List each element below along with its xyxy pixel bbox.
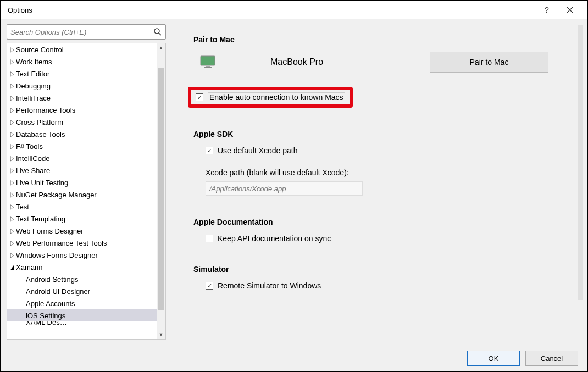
tree-item-label: Live Unit Testing — [16, 179, 68, 187]
tree-item-cross-platform[interactable]: ▷Cross Platform — [7, 116, 157, 128]
tree-item-work-items[interactable]: ▷Work Items — [7, 55, 157, 68]
svg-rect-2 — [201, 56, 215, 65]
sdk-section-title: Apple SDK — [193, 130, 576, 138]
search-options-wrap[interactable] — [7, 24, 166, 40]
svg-rect-4 — [206, 66, 210, 67]
tree-item-label: Database Tools — [16, 130, 65, 138]
tree-item-label: Source Control — [16, 46, 64, 54]
scroll-down-icon[interactable]: ▼ — [157, 330, 165, 339]
tree-item-label: Cross Platform — [16, 118, 63, 126]
caret-right-icon: ▷ — [10, 154, 15, 162]
tree-item-f-tools[interactable]: ▷F# Tools — [7, 140, 157, 152]
search-icon — [153, 27, 162, 36]
tree-item-label: Windows Forms Designer — [16, 251, 98, 259]
docs-section-title: Apple Documentation — [193, 218, 576, 226]
close-button[interactable] — [558, 1, 581, 19]
tree-item-label: Work Items — [16, 58, 52, 66]
ok-button[interactable]: OK — [467, 351, 520, 366]
caret-down-icon: ◢ — [10, 263, 15, 271]
monitor-icon — [200, 55, 215, 69]
content-scroll-thumb[interactable] — [578, 25, 583, 300]
tree-item-test[interactable]: ▷Test — [7, 201, 157, 213]
paired-device-name: MacBook Pro — [270, 57, 323, 67]
svg-rect-5 — [204, 67, 212, 68]
svg-point-0 — [154, 29, 159, 34]
scroll-up-icon[interactable]: ▲ — [157, 43, 165, 52]
xcode-path-input[interactable] — [206, 181, 363, 196]
tree-item-android-settings[interactable]: Android Settings — [7, 273, 157, 285]
tree-item-label: Web Performance Test Tools — [16, 239, 107, 247]
tree-item-label: F# Tools — [16, 142, 43, 151]
keep-api-docs-checkbox[interactable] — [206, 235, 213, 242]
remote-simulator-label: Remote Simulator to Windows — [218, 281, 321, 290]
caret-right-icon: ▷ — [10, 70, 15, 77]
tree-item-xaml-designer[interactable]: XAML Des… — [7, 321, 157, 328]
scroll-thumb[interactable] — [158, 68, 164, 310]
tree-item-xamarin[interactable]: ◢Xamarin — [7, 261, 157, 273]
tree-item-label: Performance Tools — [16, 106, 75, 114]
pair-to-mac-button[interactable]: Pair to Mac — [430, 52, 548, 73]
caret-right-icon: ▷ — [10, 118, 15, 126]
sidebar: ▷Source Control▷Work Items▷Text Editor▷D… — [1, 19, 166, 345]
cancel-button[interactable]: Cancel — [525, 351, 578, 366]
caret-right-icon: ▷ — [10, 94, 15, 102]
tree-item-label: IntelliTrace — [16, 94, 51, 102]
tree-item-live-unit-testing[interactable]: ▷Live Unit Testing — [7, 176, 157, 188]
xcode-path-label: Xcode path (blank will use default Xcode… — [206, 168, 576, 177]
tree-item-intellicode[interactable]: ▷IntelliCode — [7, 152, 157, 164]
tree-scrollbar[interactable]: ▲ ▼ — [157, 43, 165, 339]
caret-right-icon: ▷ — [10, 203, 15, 210]
autoconnect-checkbox[interactable]: ✓ — [196, 93, 203, 101]
caret-right-icon: ▷ — [10, 166, 15, 174]
window-title: Options — [7, 6, 535, 14]
tree-item-label: Android Settings — [26, 275, 78, 284]
tree-item-label: Text Editor — [16, 70, 49, 78]
tree-item-ios-settings[interactable]: iOS Settings — [7, 309, 157, 321]
caret-right-icon: ▷ — [10, 191, 15, 198]
caret-right-icon: ▷ — [10, 251, 15, 259]
tree-item-label: IntelliCode — [16, 154, 49, 163]
tree-item-source-control[interactable]: ▷Source Control — [7, 43, 157, 55]
keep-api-docs-label: Keep API documentation on sync — [218, 234, 331, 243]
svg-line-1 — [159, 33, 161, 35]
caret-right-icon: ▷ — [10, 179, 15, 186]
autoconnect-label: Enable auto connection to known Macs — [208, 92, 345, 102]
tree-item-label: Debugging — [16, 82, 51, 90]
tree-item-label: Apple Accounts — [26, 299, 75, 308]
tree-item-nuget-package-manager[interactable]: ▷NuGet Package Manager — [7, 188, 157, 201]
dialog-footer: OK Cancel — [1, 345, 587, 371]
tree-item-label: Android UI Designer — [26, 287, 90, 296]
tree-item-web-performance-test-tools[interactable]: ▷Web Performance Test Tools — [7, 237, 157, 249]
tree-item-performance-tools[interactable]: ▷Performance Tools — [7, 104, 157, 116]
tree-item-label: Text Templating — [16, 215, 65, 223]
tree-item-live-share[interactable]: ▷Live Share — [7, 164, 157, 176]
tree-item-text-templating[interactable]: ▷Text Templating — [7, 213, 157, 225]
content-scrollbar[interactable] — [577, 24, 586, 315]
tree-item-windows-forms-designer[interactable]: ▷Windows Forms Designer — [7, 249, 157, 261]
tree-item-intellitrace[interactable]: ▷IntelliTrace — [7, 92, 157, 104]
caret-right-icon: ▷ — [10, 106, 15, 114]
tree-item-android-ui-designer[interactable]: Android UI Designer — [7, 285, 157, 297]
search-input[interactable] — [10, 28, 150, 36]
help-button[interactable]: ? — [535, 1, 558, 19]
tree-item-text-editor[interactable]: ▷Text Editor — [7, 68, 157, 80]
tree-item-web-forms-designer[interactable]: ▷Web Forms Designer — [7, 225, 157, 237]
pair-section-title: Pair to Mac — [193, 35, 576, 44]
caret-right-icon: ▷ — [10, 142, 15, 150]
tree-item-apple-accounts[interactable]: Apple Accounts — [7, 297, 157, 309]
tree-item-debugging[interactable]: ▷Debugging — [7, 80, 157, 92]
use-default-xcode-label: Use default Xcode path — [218, 146, 298, 155]
remote-simulator-checkbox[interactable]: ✓ — [206, 282, 213, 290]
highlight-annotation: ✓ Enable auto connection to known Macs — [188, 87, 353, 108]
tree-item-label: iOS Settings — [26, 312, 65, 320]
caret-right-icon: ▷ — [10, 239, 15, 247]
caret-right-icon: ▷ — [10, 215, 15, 223]
simulator-section-title: Simulator — [193, 265, 576, 274]
caret-right-icon: ▷ — [10, 58, 15, 65]
tree-item-database-tools[interactable]: ▷Database Tools — [7, 128, 157, 140]
use-default-xcode-checkbox[interactable]: ✓ — [206, 147, 213, 154]
content-panel: Pair to Mac MacBook Pro Pair to Mac ✓ En… — [166, 19, 587, 345]
options-tree: ▷Source Control▷Work Items▷Text Editor▷D… — [7, 43, 166, 340]
caret-right-icon: ▷ — [10, 82, 15, 90]
caret-right-icon: ▷ — [10, 46, 15, 53]
